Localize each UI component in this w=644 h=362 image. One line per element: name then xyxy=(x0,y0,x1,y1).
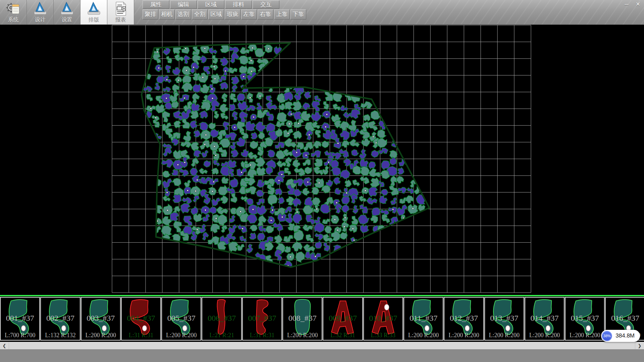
toolbar-button-design[interactable]: 设计 xyxy=(27,0,54,24)
piece-name: 012_#37 xyxy=(444,314,483,323)
main-toolbar: 系统 设计 设置 排版 报表 属性编辑区域排料交互 聚排相机选割全割区域瑕疵左靠… xyxy=(0,0,644,25)
piece-name: 002_#37 xyxy=(41,314,79,323)
menu-button[interactable]: 交互 xyxy=(253,0,279,9)
toolbar-button-settings[interactable]: 设置 xyxy=(54,0,80,24)
piece-name: 001_#37 xyxy=(1,314,39,323)
statusbar-filler xyxy=(0,349,644,362)
tray-piece-002_#37[interactable]: 002_#37 L:132 R:132 xyxy=(40,297,80,341)
tray-piece-004_#37[interactable]: 004_#37 L:31 R:31 xyxy=(121,297,161,341)
tray-piece-012_#37[interactable]: 012_#37 L:200 R:200 xyxy=(444,297,484,341)
toolbar-button-label: 系统 xyxy=(8,16,19,23)
tray-piece-013_#37[interactable]: 013_#37 L:200 R:200 xyxy=(484,297,524,341)
toolbar-button-label: 设置 xyxy=(62,16,72,23)
piece-name: 010_#37 xyxy=(364,314,402,323)
piece-counts: L:200 R:200 xyxy=(404,332,443,339)
tool-button[interactable]: 相机 xyxy=(159,9,175,19)
piece-counts: L:32 R:31 xyxy=(323,332,362,339)
scroll-right-button[interactable]: ❯ xyxy=(635,342,644,350)
piece-hole xyxy=(102,325,106,331)
piece-counts: L:31 R:31 xyxy=(243,332,281,339)
menu-button[interactable]: 属性 xyxy=(143,0,169,9)
tool-button[interactable]: 聚排 xyxy=(143,9,158,19)
tray-piece-010_#37[interactable]: 010_#37 L:33 R:33 xyxy=(363,297,403,341)
piece-name: 011_#37 xyxy=(404,314,443,323)
menu-button[interactable]: 排料 xyxy=(225,0,252,9)
nesting-canvas[interactable] xyxy=(0,25,644,295)
report-icon xyxy=(113,1,128,16)
menu-area: 属性编辑区域排料交互 聚排相机选割全割区域瑕疵左靠右靠上靠下靠 xyxy=(143,0,307,19)
set-square-icon xyxy=(33,1,48,16)
tray-piece-011_#37[interactable]: 011_#37 L:200 R:200 xyxy=(404,297,443,341)
piece-name: 004_#37 xyxy=(122,314,160,323)
piece-hole xyxy=(183,325,187,331)
tool-button[interactable]: 上靠 xyxy=(274,9,290,19)
piece-name: 006_#37 xyxy=(202,314,241,323)
tray-cell-list: 001_#37 L:700 R:700 002_#37 L:132 R:132 … xyxy=(0,297,644,341)
menu-row-2: 聚排相机选割全割区域瑕疵左靠右靠上靠下靠 xyxy=(143,9,307,19)
tray-piece-009_#37[interactable]: 009_#37 L:32 R:31 xyxy=(323,297,363,341)
piece-name: 007_#37 xyxy=(243,314,281,323)
tray-piece-007_#37[interactable]: 007_#37 L:31 R:31 xyxy=(242,297,282,341)
piece-name: 016_#37 xyxy=(606,314,644,323)
piece-hole xyxy=(465,325,469,331)
set-square-icon xyxy=(86,1,102,16)
toolbar-button-nesting[interactable]: 排版 xyxy=(80,0,107,24)
tray-piece-005_#37[interactable]: 005_#37 L:200 R:200 xyxy=(161,297,201,341)
piece-counts: L:21 R:21 xyxy=(202,332,241,339)
tray-piece-003_#37[interactable]: 003_#37 L:200 R:200 xyxy=(81,297,121,341)
piece-name: 009_#37 xyxy=(323,314,362,323)
piece-counts: L:200 R:200 xyxy=(525,332,564,339)
tool-button[interactable]: 区域 xyxy=(208,9,224,19)
piece-hole xyxy=(143,325,147,331)
tray-piece-008_#37[interactable]: 008_#37 L:200 R:200 xyxy=(282,297,322,341)
menu-button[interactable]: 编辑 xyxy=(170,0,197,9)
piece-counts: L:200 R:200 xyxy=(444,332,483,339)
tool-button[interactable]: 全割 xyxy=(192,9,208,19)
nest-drawing xyxy=(0,25,644,295)
application-window: 系统 设计 设置 排版 报表 属性编辑区域排料交互 聚排相机选割全割区域瑕疵左靠… xyxy=(0,0,644,362)
piece-hole xyxy=(21,325,25,331)
pieces-tray: 001_#37 L:700 R:700 002_#37 L:132 R:132 … xyxy=(0,295,644,342)
piece-counts: L:31 R:31 xyxy=(122,332,160,339)
tool-button[interactable]: 左靠 xyxy=(241,9,257,19)
memory-usage: 384.8M xyxy=(615,333,635,339)
window-controls: ─ ✕ xyxy=(622,1,643,8)
piece-hole xyxy=(384,304,389,310)
piece-name: 013_#37 xyxy=(485,314,524,323)
menu-button[interactable]: 区域 xyxy=(198,0,224,9)
gear-notes-icon xyxy=(6,1,21,16)
piece-counts: L:200 R:200 xyxy=(82,332,120,339)
piece-counts: L:200 R:200 xyxy=(566,332,604,339)
toolbar-button-label: 排版 xyxy=(89,16,99,23)
piece-counts: L:33 R:33 xyxy=(364,332,402,339)
tool-button[interactable]: 下靠 xyxy=(290,9,306,19)
tool-button[interactable]: 选割 xyxy=(175,9,191,19)
piece-name: 015_#37 xyxy=(566,314,604,323)
menu-row-1: 属性编辑区域排料交互 xyxy=(143,0,307,9)
icon-toolbar: 系统 设计 设置 排版 报表 xyxy=(0,0,134,24)
close-button[interactable]: ✕ xyxy=(633,1,643,8)
piece-hole xyxy=(586,325,590,331)
status-badge: 38% 384.8M xyxy=(601,330,640,342)
piece-hole xyxy=(505,325,509,331)
tray-piece-006_#37[interactable]: 006_#37 L:21 R:21 xyxy=(202,297,241,341)
tray-piece-015_#37[interactable]: 015_#37 L:200 R:200 xyxy=(565,297,605,341)
tray-piece-001_#37[interactable]: 001_#37 L:700 R:700 xyxy=(0,297,40,341)
minimize-button[interactable]: ─ xyxy=(622,1,631,8)
tray-piece-014_#37[interactable]: 014_#37 L:200 R:200 xyxy=(525,297,565,341)
tool-button[interactable]: 瑕疵 xyxy=(225,9,240,19)
toolbar-button-report[interactable]: 报表 xyxy=(107,0,134,24)
piece-counts: L:200 R:200 xyxy=(283,332,322,339)
toolbar-button-system[interactable]: 系统 xyxy=(0,0,27,24)
piece-name: 014_#37 xyxy=(525,314,564,323)
horizontal-scrollbar[interactable]: ❮ ❯ xyxy=(0,342,644,349)
piece-hole xyxy=(425,325,429,331)
piece-counts: L:132 R:132 xyxy=(41,332,79,339)
piece-name: 003_#37 xyxy=(82,314,120,323)
toolbar-button-label: 设计 xyxy=(35,16,46,23)
scroll-left-button[interactable]: ❮ xyxy=(0,342,9,350)
piece-name: 005_#37 xyxy=(162,314,201,323)
tool-button[interactable]: 右靠 xyxy=(258,9,273,19)
piece-counts: L:200 R:200 xyxy=(162,332,201,339)
piece-counts: L:200 R:200 xyxy=(485,332,524,339)
